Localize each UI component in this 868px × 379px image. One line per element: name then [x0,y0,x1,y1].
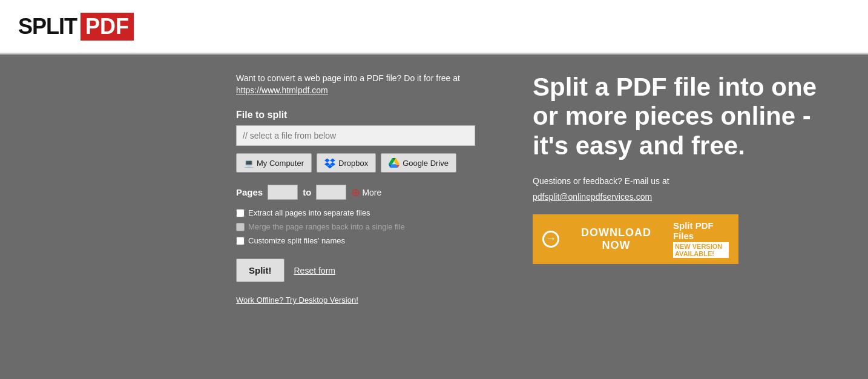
logo-pdf-text: PDF [81,13,134,41]
logo-split-text: SPLIT [18,14,77,39]
headline: Split a PDF file into one or more pieces… [533,73,844,160]
pages-to-input[interactable] [316,185,346,200]
pages-from-input[interactable] [268,185,298,200]
split-button[interactable]: Split! [236,259,284,282]
file-input[interactable] [236,125,475,146]
more-link[interactable]: ⊕ More [351,187,381,198]
form-panel: Want to convert a web page into a PDF fi… [224,54,508,379]
source-buttons: 💻 My Computer Dropbox [236,153,496,173]
work-offline-link[interactable]: Work Offline? Try Desktop Version! [236,295,358,305]
sidebar-left [0,54,224,379]
download-subtitle: NEW VERSION AVAILABLE! [673,242,729,258]
customize-checkbox-item[interactable]: Customize split files' names [236,236,496,245]
computer-icon: 💻 [244,159,254,168]
merge-checkbox [236,223,245,231]
customize-checkbox[interactable] [236,237,245,245]
promo-text: Want to convert a web page into a PDF fi… [236,73,496,96]
right-panel: Split a PDF file into one or more pieces… [508,54,868,379]
feedback-text: Questions or feedback? E-mail us at [533,175,844,188]
header: SPLIT PDF [0,0,868,54]
my-computer-button[interactable]: 💻 My Computer [236,153,312,173]
download-info: Split PDF Files NEW VERSION AVAILABLE! [663,214,738,264]
merge-checkbox-item: Merge the page ranges back into a single… [236,222,496,231]
dropbox-icon [324,157,335,168]
feedback-email[interactable]: pdfsplit@onlinepdfservices.com [533,192,652,202]
htmlpdf-link[interactable]: https://www.htmlpdf.com [236,85,328,95]
main-content: Want to convert a web page into a PDF fi… [0,54,868,379]
file-to-split-label: File to split [236,110,496,120]
extract-checkbox-item[interactable]: Extract all pages into separate files [236,208,496,217]
extract-checkbox[interactable] [236,209,245,217]
dropbox-button[interactable]: Dropbox [317,153,376,173]
download-title: Split PDF Files [673,220,729,241]
logo: SPLIT PDF [18,13,134,41]
pages-row: Pages to ⊕ More [236,185,496,200]
more-plus-icon: ⊕ [351,187,360,198]
download-circle-icon: → [542,231,559,248]
action-row: Split! Reset form [236,259,496,282]
google-drive-icon [389,157,399,168]
pages-label: Pages [236,187,263,197]
pages-to-text: to [303,187,311,197]
download-bar: → DOWNLOAD NOW Split PDF Files NEW VERSI… [533,214,738,264]
download-now-button[interactable]: DOWNLOAD NOW [569,218,663,260]
download-icon-wrap: → [533,222,569,256]
checkbox-group: Extract all pages into separate files Me… [236,208,496,245]
google-drive-button[interactable]: Google Drive [381,153,456,173]
reset-button[interactable]: Reset form [294,266,335,275]
